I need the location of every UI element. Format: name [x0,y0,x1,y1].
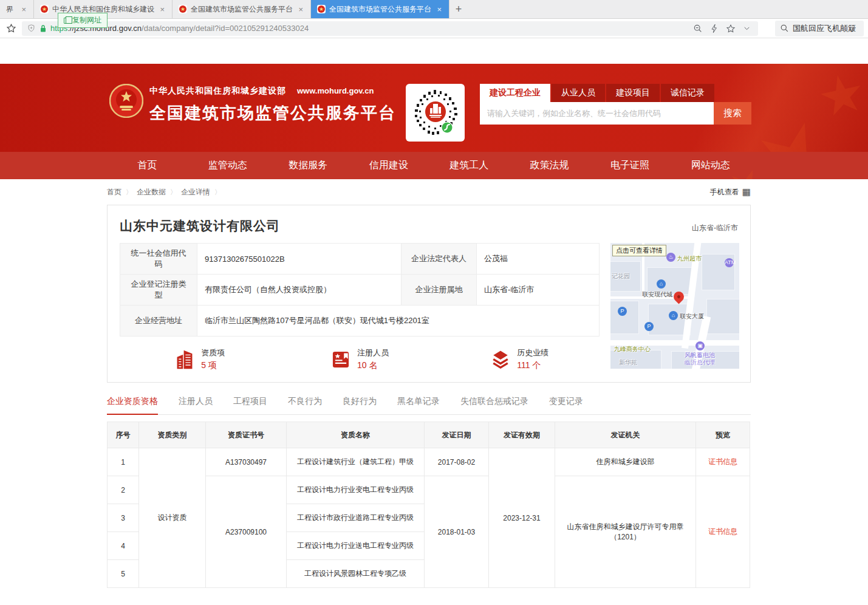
parking-icon: P [644,322,654,331]
row-number: 2 [108,476,139,504]
certificate-no: A137030497 [206,448,287,476]
nav-credit[interactable]: 信用建设 [349,152,429,179]
bookmark-star-icon[interactable] [0,23,22,33]
stat-history-performance: 历史业绩111 个 [440,347,600,371]
tab-projects[interactable]: 工程项目 [233,396,267,414]
breadcrumb-enterprise-detail: 企业详情 [181,187,210,197]
table-row: 1 设计资质 A137030497 工程设计建筑行业（建筑工程）甲级 2017-… [108,448,750,476]
row-number: 3 [108,504,139,532]
copy-icon [64,18,69,24]
nav-e-license[interactable]: 电子证照 [590,152,671,179]
tab-enterprise-qualification[interactable]: 企业资质资格 [107,396,158,414]
quick-search-box[interactable]: 国航回应飞机颠簸 [775,21,864,36]
lightning-icon[interactable] [710,24,719,33]
breadcrumb-enterprise-data[interactable]: 企业数据 [137,187,166,197]
company-name: 山东中元建筑设计有限公司 [120,217,280,234]
search-icon [780,24,789,33]
browser-tab-3[interactable]: ★ 全国建筑市场监管公共服务平台 × [173,0,311,18]
tab-favicon-emblem-icon: ★ [40,5,49,13]
close-icon[interactable]: × [20,5,27,14]
nav-site-news[interactable]: 网站动态 [671,152,751,179]
keyword-search-input[interactable] [480,102,714,125]
tab-registered-personnel[interactable]: 注册人员 [179,396,213,414]
tab-title: 界 [6,4,16,15]
building-icon [174,349,195,371]
nav-home[interactable]: 首页 [107,152,188,179]
tab-title: 全国建筑市场监管公共服务平台 [329,4,432,15]
header-search: 建设工程企业 从业人员 建设项目 诚信记录 搜索 [480,84,751,125]
certificate-info-link[interactable]: 证书信息 [708,527,737,536]
residence-poi-icon: ⌂ [657,279,666,289]
national-emblem-icon [109,84,143,118]
issue-date: 2018-01-03 [425,476,489,588]
row-number: 1 [108,448,139,476]
close-icon[interactable]: × [297,5,304,14]
row-number: 4 [108,532,139,560]
nav-supervision[interactable]: 监管动态 [188,152,268,179]
nav-policy[interactable]: 政策法规 [510,152,590,179]
table-header-row: 序号 资质类别 资质证书号 资质名称 发证日期 发证有效期 发证机关 预览 [108,422,750,448]
copy-url-tooltip: 复制网址 [58,13,108,28]
chevron-down-icon[interactable] [743,24,751,32]
close-icon[interactable]: × [436,5,443,14]
atm-poi-icon: ATM [725,258,734,267]
browser-tab-bar: 界 × ★ 中华人民共和国住房和城乡建设 × ★ 全国建筑市场监管公共服务平台 … [0,0,868,19]
shield-icon[interactable] [27,24,36,33]
company-card: 山东中元建筑设计有限公司 山东省-临沂市 统一社会信用代码 9137130267… [107,205,751,383]
platform-title: 全国建筑市场监管公共服务平台 [149,102,396,124]
site-header: 中华人民共和国住房和城乡建设部www.mohurd.gov.cn 全国建筑市场监… [0,64,868,152]
row-number: 5 [108,560,139,588]
favorite-star-icon[interactable] [726,24,736,33]
qualification-name: 工程设计电力行业变电工程专业丙级 [287,476,425,504]
search-tab-enterprise[interactable]: 建设工程企业 [480,84,550,102]
battery-shop-poi-icon: ▣ [695,341,705,350]
issuing-authority: 山东省住房和城乡建设厅许可专用章（1201） [555,476,696,588]
tab-blacklist[interactable]: 黑名单记录 [397,396,440,414]
tab-title: 全国建筑市场监管公共服务平台 [191,4,293,15]
legal-rep-value: 公茂福 [477,244,600,275]
nav-workers[interactable]: 建筑工人 [429,152,510,179]
search-button[interactable]: 搜索 [714,102,751,125]
stat-qualifications: 资质项5 项 [120,347,279,371]
browser-tab-4-active[interactable]: ★ 全国建筑市场监管公共服务平台 × [311,0,449,18]
qr-code-icon: ▦ [742,186,751,197]
tab-good-behavior[interactable]: 良好行为 [343,396,377,414]
site-branding: 中华人民共和国住房和城乡建设部www.mohurd.gov.cn 全国建筑市场监… [149,86,396,124]
layers-icon [490,349,511,370]
location-map[interactable]: 点击可查看详情 ♨ 九州超市 ATM 记花园 ⌂ 联安现代城 ⌂ 联安大厦 P … [610,243,739,369]
reg-region-value: 山东省-临沂市 [477,275,600,306]
field-label: 企业法定代表人 [402,244,477,275]
url-bar[interactable]: https://jzsc.mohurd.gov.cn/data/company/… [22,21,758,36]
search-category-tabs: 建设工程企业 从业人员 建设项目 诚信记录 [480,84,751,102]
tab-favicon-emblem-icon: ★ [179,5,187,13]
nav-data-service[interactable]: 数据服务 [268,152,349,179]
close-icon[interactable]: × [159,5,166,14]
validity-date: 2023-12-31 [489,448,555,588]
browser-toolbar: https://jzsc.mohurd.gov.cn/data/company/… [0,19,868,38]
zoom-out-icon[interactable] [693,24,703,33]
field-label: 企业注册属地 [402,275,477,306]
search-tab-credit[interactable]: 诚信记录 [661,84,714,102]
mobile-view-button[interactable]: 手机查看 ▦ [710,186,751,197]
search-tab-personnel[interactable]: 从业人员 [552,84,605,102]
breadcrumb-home[interactable]: 首页 [107,187,121,197]
qualification-name: 工程设计电力行业送电工程专业丙级 [287,532,425,560]
qualification-name: 工程设计风景园林工程专项乙级 [287,560,425,588]
tab-change-records[interactable]: 变更记录 [549,396,583,414]
qualification-name: 工程设计建筑行业（建筑工程）甲级 [287,448,425,476]
company-stats: 资质项5 项 注册人员10 名 [120,347,600,371]
reg-type-value: 有限责任公司（自然人投资或控股） [197,275,402,306]
search-tab-project[interactable]: 建设项目 [606,84,660,102]
detail-tab-bar: 企业资质资格 注册人员 工程项目 不良行为 良好行为 黑名单记录 失信联合惩戒记… [107,396,751,415]
registry-book-icon [330,349,351,370]
address-value: 临沂市兰山区陶然路107号星河晶都（联安）现代城1号楼2201室 [197,306,600,337]
company-info-table: 统一社会信用代码 91371302675501022B 企业法定代表人 公茂福 … [120,243,600,337]
certificate-no: A237009100 [206,476,287,588]
browser-tab-1[interactable]: 界 × [0,0,34,18]
qualification-name: 工程设计市政行业道路工程专业丙级 [287,504,425,532]
tab-bad-behavior[interactable]: 不良行为 [288,396,322,414]
issuing-authority: 住房和城乡建设部 [555,448,696,476]
new-tab-button[interactable]: + [449,0,468,18]
tab-dishonesty-punishment[interactable]: 失信联合惩戒记录 [460,396,528,414]
certificate-info-link[interactable]: 证书信息 [708,457,737,466]
